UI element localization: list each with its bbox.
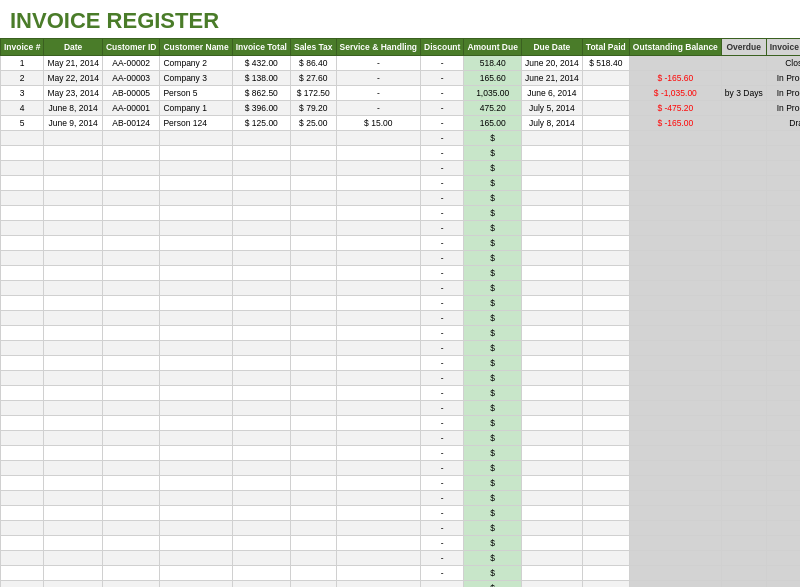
table-cell: $ 432.00	[232, 56, 290, 71]
table-cell-empty	[521, 566, 582, 581]
table-cell-empty	[336, 461, 420, 476]
table-cell	[582, 101, 629, 116]
table-cell-empty	[102, 581, 160, 588]
table-cell: -	[336, 56, 420, 71]
table-cell: $ -165.60	[629, 71, 721, 86]
table-cell-empty	[336, 161, 420, 176]
table-cell-empty	[232, 491, 290, 506]
table-cell-empty	[44, 341, 103, 356]
col-customer-name: Customer Name	[160, 39, 232, 56]
table-cell: July 5, 2014	[521, 101, 582, 116]
table-cell-empty	[102, 296, 160, 311]
table-cell-empty	[232, 446, 290, 461]
table-cell-empty	[582, 356, 629, 371]
table-cell-empty	[721, 551, 766, 566]
table-cell-empty: -	[421, 491, 464, 506]
table-cell-empty	[160, 266, 232, 281]
table-cell-empty	[160, 296, 232, 311]
table-cell-empty	[1, 581, 44, 588]
table-cell-empty	[44, 236, 103, 251]
table-cell-empty	[629, 566, 721, 581]
table-row-empty: -$	[1, 581, 801, 588]
table-cell-empty	[336, 191, 420, 206]
table-cell-empty	[290, 311, 336, 326]
table-cell-empty	[232, 506, 290, 521]
table-cell-empty	[290, 206, 336, 221]
table-cell-empty	[521, 446, 582, 461]
table-cell: $ 86.40	[290, 56, 336, 71]
table-cell-empty	[766, 251, 800, 266]
table-cell-empty	[629, 311, 721, 326]
table-cell-empty	[44, 386, 103, 401]
table-cell-empty	[521, 146, 582, 161]
table-cell: $ 396.00	[232, 101, 290, 116]
table-cell: $ -1,035.00	[629, 86, 721, 101]
table-cell-empty	[290, 326, 336, 341]
table-row-empty: -$	[1, 131, 801, 146]
table-cell-empty	[1, 431, 44, 446]
table-cell-empty: -	[421, 566, 464, 581]
table-cell	[629, 56, 721, 71]
table-cell	[721, 116, 766, 131]
table-cell-empty: $	[464, 386, 522, 401]
table-cell-empty	[521, 296, 582, 311]
table-cell-empty	[521, 521, 582, 536]
table-cell-empty	[766, 236, 800, 251]
table-cell-empty	[160, 326, 232, 341]
table-cell-empty	[102, 341, 160, 356]
table-row: 1May 21, 2014AA-00002Company 2$ 432.00$ …	[1, 56, 801, 71]
table-cell-empty	[1, 476, 44, 491]
table-cell-empty	[766, 371, 800, 386]
table-cell	[582, 86, 629, 101]
table-cell: Company 3	[160, 71, 232, 86]
table-cell-empty	[521, 281, 582, 296]
table-cell-empty	[629, 476, 721, 491]
table-cell: $ 172.50	[290, 86, 336, 101]
table-row-empty: -$	[1, 431, 801, 446]
table-cell-empty	[44, 251, 103, 266]
table-cell-empty	[232, 146, 290, 161]
table-cell-empty: $	[464, 251, 522, 266]
table-cell: AA-00001	[102, 101, 160, 116]
table-cell-empty	[766, 356, 800, 371]
table-cell-empty: $	[464, 431, 522, 446]
table-cell-empty	[582, 521, 629, 536]
table-cell-empty	[1, 461, 44, 476]
table-cell-empty	[160, 221, 232, 236]
table-header-row: Invoice # Date Customer ID Customer Name…	[1, 39, 801, 56]
table-cell-empty	[102, 146, 160, 161]
table-cell-empty	[582, 476, 629, 491]
table-cell-empty	[582, 266, 629, 281]
table-cell-empty	[232, 431, 290, 446]
table-cell-empty	[102, 251, 160, 266]
table-cell-empty: -	[421, 326, 464, 341]
table-cell-empty: $	[464, 146, 522, 161]
table-cell-empty	[521, 341, 582, 356]
table-cell-empty	[102, 176, 160, 191]
table-cell-empty	[160, 506, 232, 521]
table-cell: June 9, 2014	[44, 116, 103, 131]
table-cell: -	[421, 71, 464, 86]
table-cell-empty	[582, 221, 629, 236]
table-cell-empty	[44, 281, 103, 296]
table-cell-empty	[582, 581, 629, 588]
table-cell-empty	[44, 296, 103, 311]
table-cell-empty	[290, 281, 336, 296]
table-cell-empty	[1, 536, 44, 551]
col-outstanding-balance: Outstanding Balance	[629, 39, 721, 56]
table-cell: Company 2	[160, 56, 232, 71]
table-cell-empty	[766, 341, 800, 356]
table-cell-empty	[290, 551, 336, 566]
table-cell-empty	[629, 236, 721, 251]
table-cell: -	[421, 86, 464, 101]
table-cell-empty	[766, 476, 800, 491]
table-cell-empty	[290, 266, 336, 281]
table-cell-empty: -	[421, 461, 464, 476]
table-cell-empty	[336, 281, 420, 296]
table-cell-empty	[336, 476, 420, 491]
table-cell-empty	[629, 191, 721, 206]
table-cell: 3	[1, 86, 44, 101]
table-cell-empty	[766, 386, 800, 401]
table-cell-empty	[1, 356, 44, 371]
table-cell-empty	[290, 371, 336, 386]
